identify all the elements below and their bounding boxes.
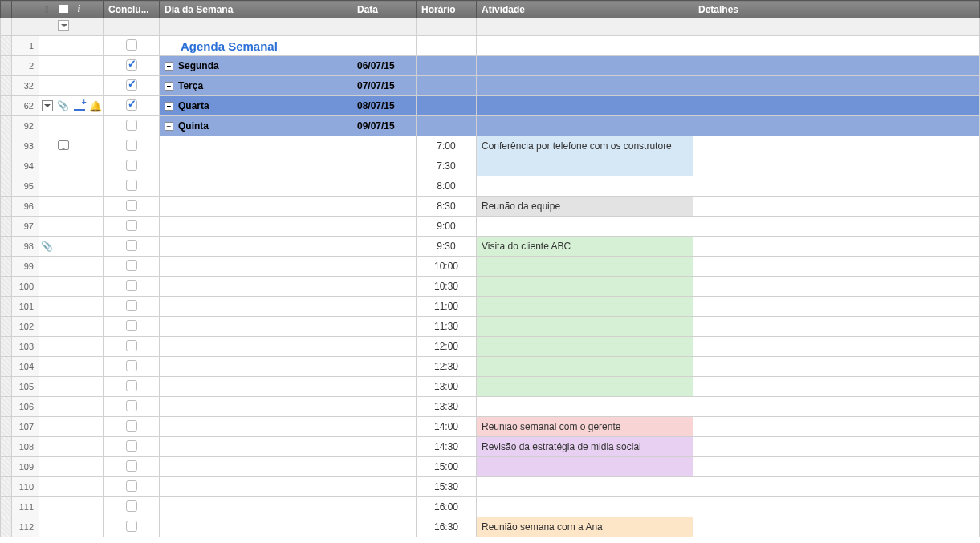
dia-cell[interactable]: +Segunda <box>160 56 352 76</box>
data-cell[interactable] <box>352 397 417 417</box>
dia-cell[interactable] <box>160 217 352 237</box>
data-cell[interactable] <box>352 217 417 237</box>
conclu-cell[interactable] <box>104 517 160 537</box>
data-cell[interactable]: 07/07/15 <box>352 76 417 96</box>
conclu-cell[interactable] <box>104 337 160 357</box>
conclu-cell[interactable] <box>104 457 160 477</box>
rownum-cell[interactable]: 93 <box>12 136 39 156</box>
horario-cell[interactable]: 10:30 <box>417 277 477 297</box>
dia-cell[interactable] <box>160 257 352 277</box>
dia-cell[interactable] <box>160 497 352 517</box>
timeslot-row[interactable]: 10613:30 <box>1 397 980 417</box>
checkbox-icon[interactable] <box>126 500 137 512</box>
dia-cell[interactable]: +Quarta <box>160 96 352 116</box>
rownum-cell[interactable]: 103 <box>12 337 39 357</box>
checkbox-icon[interactable] <box>126 320 137 331</box>
conclu-cell[interactable] <box>104 377 160 397</box>
col-rowaction[interactable] <box>87 1 104 18</box>
dia-cell[interactable] <box>160 156 352 176</box>
col-horario[interactable]: Horário <box>417 1 477 18</box>
rownum-cell[interactable]: 95 <box>12 176 39 197</box>
atividade-cell[interactable] <box>477 176 693 197</box>
collapse-icon[interactable]: − <box>165 122 173 131</box>
checkbox-icon[interactable] <box>126 140 137 151</box>
day-row[interactable]: 92−Quinta09/07/15 <box>1 116 980 136</box>
data-cell[interactable] <box>352 477 417 497</box>
horario-cell[interactable] <box>417 36 477 56</box>
horario-cell[interactable]: 8:00 <box>417 176 477 197</box>
col-comment[interactable] <box>55 1 71 18</box>
detalhes-cell[interactable] <box>693 457 980 477</box>
atividade-cell[interactable] <box>477 76 693 96</box>
row-menu-icon[interactable] <box>42 100 53 111</box>
dia-cell[interactable] <box>160 197 352 217</box>
conclu-cell[interactable] <box>104 197 160 217</box>
rownum-cell[interactable]: 62 <box>12 96 39 116</box>
detalhes-cell[interactable] <box>693 96 980 116</box>
conclu-cell[interactable] <box>104 497 160 517</box>
timeslot-row[interactable]: 10915:00 <box>1 457 980 477</box>
timeslot-row[interactable]: 937:00Conferência por telefone com os co… <box>1 136 980 156</box>
detalhes-cell[interactable] <box>693 477 980 497</box>
conclu-cell[interactable] <box>104 437 160 457</box>
timeslot-row[interactable]: 11116:00 <box>1 497 980 517</box>
rownum-cell[interactable]: 101 <box>12 297 39 317</box>
rownum-cell[interactable]: 109 <box>12 457 39 477</box>
rownum-cell[interactable]: 1 <box>12 36 39 56</box>
data-cell[interactable] <box>352 317 417 337</box>
detalhes-cell[interactable] <box>693 297 980 317</box>
atividade-cell[interactable] <box>477 297 693 317</box>
rownum-cell[interactable]: 96 <box>12 197 39 217</box>
detalhes-cell[interactable] <box>693 36 980 56</box>
horario-cell[interactable] <box>417 76 477 96</box>
timeslot-row[interactable]: 11015:30 <box>1 477 980 497</box>
detalhes-cell[interactable] <box>693 136 980 156</box>
conclu-cell[interactable] <box>104 136 160 156</box>
checkbox-icon[interactable] <box>126 99 137 111</box>
atividade-cell[interactable]: Reunião semanal com o gerente <box>477 417 693 437</box>
atividade-cell[interactable] <box>477 116 693 136</box>
conclu-cell[interactable] <box>104 477 160 497</box>
rownum-cell[interactable]: 32 <box>12 76 39 96</box>
checkbox-icon[interactable] <box>126 360 137 371</box>
timeslot-row[interactable]: 10111:00 <box>1 297 980 317</box>
data-cell[interactable] <box>352 197 417 217</box>
horario-cell[interactable]: 16:30 <box>417 517 477 537</box>
horario-cell[interactable] <box>417 56 477 76</box>
detalhes-cell[interactable] <box>693 176 980 197</box>
atividade-cell[interactable]: Reunião semana com a Ana <box>477 517 693 537</box>
conclu-cell[interactable] <box>104 217 160 237</box>
data-cell[interactable] <box>352 437 417 457</box>
timeslot-row[interactable]: 979:00 <box>1 217 980 237</box>
checkbox-icon[interactable] <box>126 240 137 251</box>
timeslot-row[interactable]: 958:00 <box>1 176 980 197</box>
col-detalhes[interactable]: Detalhes <box>693 1 980 18</box>
detalhes-cell[interactable] <box>693 76 980 96</box>
checkbox-icon[interactable] <box>126 460 137 472</box>
expand-icon[interactable]: + <box>165 82 173 91</box>
timeslot-row[interactable]: 10513:00 <box>1 377 980 397</box>
checkbox-icon[interactable] <box>126 521 137 532</box>
checkbox-icon[interactable] <box>126 79 137 91</box>
rownum-cell[interactable]: 98 <box>12 237 39 257</box>
horario-cell[interactable] <box>417 96 477 116</box>
dia-cell[interactable] <box>160 457 352 477</box>
detalhes-cell[interactable] <box>693 277 980 297</box>
atividade-cell[interactable] <box>477 377 693 397</box>
dia-cell[interactable] <box>160 477 352 497</box>
timeslot-row[interactable]: 968:30Reunão da equipe <box>1 197 980 217</box>
timeslot-row[interactable]: 10312:00 <box>1 337 980 357</box>
detalhes-cell[interactable] <box>693 317 980 337</box>
col-rownum[interactable] <box>12 1 39 18</box>
data-cell[interactable] <box>352 497 417 517</box>
checkbox-icon[interactable] <box>126 340 137 351</box>
atividade-cell[interactable] <box>477 337 693 357</box>
data-cell[interactable] <box>352 36 417 56</box>
checkbox-icon[interactable] <box>126 420 137 432</box>
dia-cell[interactable] <box>160 417 352 437</box>
horario-cell[interactable]: 11:00 <box>417 297 477 317</box>
conclu-cell[interactable] <box>104 36 160 56</box>
atividade-cell[interactable] <box>477 397 693 417</box>
checkbox-icon[interactable] <box>126 59 137 71</box>
detalhes-cell[interactable] <box>693 497 980 517</box>
